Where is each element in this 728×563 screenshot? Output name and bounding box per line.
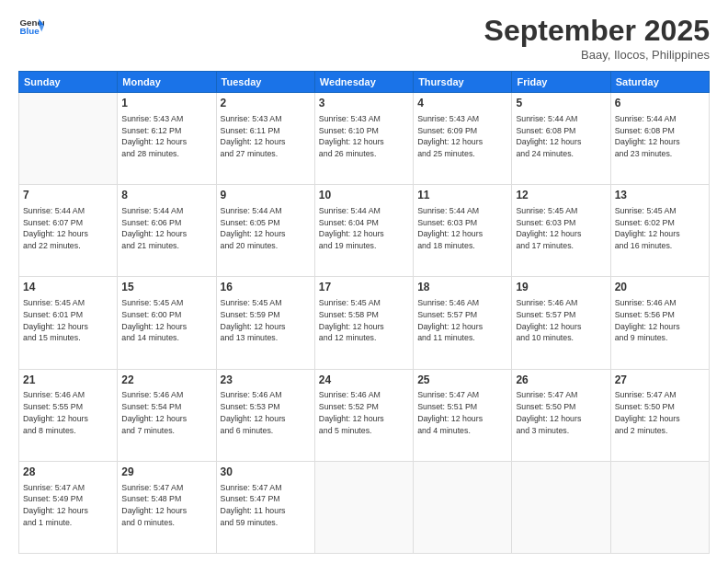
day-info: Sunrise: 5:47 AMSunset: 5:47 PMDaylight:… bbox=[221, 482, 311, 529]
day-number: 20 bbox=[615, 280, 705, 295]
day-cell: 20Sunrise: 5:46 AMSunset: 5:56 PMDayligh… bbox=[610, 277, 709, 369]
day-number: 18 bbox=[417, 280, 507, 295]
day-info: Sunrise: 5:43 AMSunset: 6:11 PMDaylight:… bbox=[221, 113, 311, 160]
header-monday: Monday bbox=[118, 72, 216, 93]
week-row-4: 21Sunrise: 5:46 AMSunset: 5:55 PMDayligh… bbox=[19, 369, 710, 461]
day-number: 4 bbox=[417, 96, 507, 111]
header-wednesday: Wednesday bbox=[314, 72, 413, 93]
day-number: 19 bbox=[516, 280, 606, 295]
day-cell: 8Sunrise: 5:44 AMSunset: 6:06 PMDaylight… bbox=[118, 185, 216, 277]
day-info: Sunrise: 5:45 AMSunset: 6:01 PMDaylight:… bbox=[23, 297, 113, 344]
day-cell: 30Sunrise: 5:47 AMSunset: 5:47 PMDayligh… bbox=[216, 461, 314, 553]
day-info: Sunrise: 5:46 AMSunset: 5:57 PMDaylight:… bbox=[417, 297, 507, 344]
title-block: September 2025 Baay, Ilocos, Philippines bbox=[484, 14, 710, 62]
calendar-table: Sunday Monday Tuesday Wednesday Thursday… bbox=[18, 71, 710, 554]
day-cell: 25Sunrise: 5:47 AMSunset: 5:51 PMDayligh… bbox=[414, 369, 512, 461]
day-cell: 3Sunrise: 5:43 AMSunset: 6:10 PMDaylight… bbox=[314, 93, 413, 185]
day-info: Sunrise: 5:45 AMSunset: 5:58 PMDaylight:… bbox=[319, 297, 409, 344]
day-number: 23 bbox=[221, 373, 311, 388]
day-cell bbox=[314, 461, 413, 553]
day-cell: 21Sunrise: 5:46 AMSunset: 5:55 PMDayligh… bbox=[19, 369, 118, 461]
day-info: Sunrise: 5:44 AMSunset: 6:04 PMDaylight:… bbox=[319, 205, 409, 252]
day-number: 13 bbox=[615, 188, 705, 203]
day-info: Sunrise: 5:46 AMSunset: 5:52 PMDaylight:… bbox=[319, 389, 409, 436]
location: Baay, Ilocos, Philippines bbox=[484, 48, 710, 62]
day-info: Sunrise: 5:47 AMSunset: 5:48 PMDaylight:… bbox=[121, 482, 211, 529]
day-info: Sunrise: 5:45 AMSunset: 6:02 PMDaylight:… bbox=[615, 205, 705, 252]
header-thursday: Thursday bbox=[414, 72, 512, 93]
day-cell: 24Sunrise: 5:46 AMSunset: 5:52 PMDayligh… bbox=[314, 369, 413, 461]
logo-icon: General Blue bbox=[18, 14, 44, 40]
day-cell: 15Sunrise: 5:45 AMSunset: 6:00 PMDayligh… bbox=[118, 277, 216, 369]
day-number: 2 bbox=[221, 96, 311, 111]
day-number: 28 bbox=[23, 465, 113, 480]
day-number: 14 bbox=[23, 280, 113, 295]
day-number: 24 bbox=[319, 373, 409, 388]
day-number: 21 bbox=[23, 373, 113, 388]
day-number: 1 bbox=[121, 96, 211, 111]
day-cell: 14Sunrise: 5:45 AMSunset: 6:01 PMDayligh… bbox=[19, 277, 118, 369]
day-number: 8 bbox=[121, 188, 211, 203]
day-cell: 4Sunrise: 5:43 AMSunset: 6:09 PMDaylight… bbox=[414, 93, 512, 185]
day-number: 22 bbox=[121, 373, 211, 388]
day-cell: 2Sunrise: 5:43 AMSunset: 6:11 PMDaylight… bbox=[216, 93, 314, 185]
day-number: 3 bbox=[319, 96, 409, 111]
day-info: Sunrise: 5:46 AMSunset: 5:57 PMDaylight:… bbox=[516, 297, 606, 344]
week-row-2: 7Sunrise: 5:44 AMSunset: 6:07 PMDaylight… bbox=[19, 185, 710, 277]
day-cell: 11Sunrise: 5:44 AMSunset: 6:03 PMDayligh… bbox=[414, 185, 512, 277]
day-info: Sunrise: 5:45 AMSunset: 5:59 PMDaylight:… bbox=[221, 297, 311, 344]
day-info: Sunrise: 5:43 AMSunset: 6:10 PMDaylight:… bbox=[319, 113, 409, 160]
day-cell: 22Sunrise: 5:46 AMSunset: 5:54 PMDayligh… bbox=[118, 369, 216, 461]
day-info: Sunrise: 5:43 AMSunset: 6:09 PMDaylight:… bbox=[417, 113, 507, 160]
page: General Blue September 2025 Baay, Ilocos… bbox=[0, 0, 728, 563]
day-number: 7 bbox=[23, 188, 113, 203]
day-cell: 10Sunrise: 5:44 AMSunset: 6:04 PMDayligh… bbox=[314, 185, 413, 277]
day-cell bbox=[19, 93, 118, 185]
day-info: Sunrise: 5:46 AMSunset: 5:53 PMDaylight:… bbox=[221, 389, 311, 436]
header: General Blue September 2025 Baay, Ilocos… bbox=[18, 14, 710, 62]
svg-text:Blue: Blue bbox=[19, 26, 40, 36]
day-number: 17 bbox=[319, 280, 409, 295]
day-info: Sunrise: 5:44 AMSunset: 6:06 PMDaylight:… bbox=[121, 205, 211, 252]
day-cell: 26Sunrise: 5:47 AMSunset: 5:50 PMDayligh… bbox=[512, 369, 610, 461]
day-cell bbox=[414, 461, 512, 553]
day-cell: 19Sunrise: 5:46 AMSunset: 5:57 PMDayligh… bbox=[512, 277, 610, 369]
day-number: 16 bbox=[221, 280, 311, 295]
day-number: 9 bbox=[221, 188, 311, 203]
header-tuesday: Tuesday bbox=[216, 72, 314, 93]
day-cell: 12Sunrise: 5:45 AMSunset: 6:03 PMDayligh… bbox=[512, 185, 610, 277]
day-number: 5 bbox=[516, 96, 606, 111]
day-info: Sunrise: 5:43 AMSunset: 6:12 PMDaylight:… bbox=[121, 113, 211, 160]
day-cell: 23Sunrise: 5:46 AMSunset: 5:53 PMDayligh… bbox=[216, 369, 314, 461]
day-info: Sunrise: 5:45 AMSunset: 6:03 PMDaylight:… bbox=[516, 205, 606, 252]
day-cell: 7Sunrise: 5:44 AMSunset: 6:07 PMDaylight… bbox=[19, 185, 118, 277]
day-info: Sunrise: 5:44 AMSunset: 6:07 PMDaylight:… bbox=[23, 205, 113, 252]
day-cell: 18Sunrise: 5:46 AMSunset: 5:57 PMDayligh… bbox=[414, 277, 512, 369]
day-cell: 5Sunrise: 5:44 AMSunset: 6:08 PMDaylight… bbox=[512, 93, 610, 185]
header-sunday: Sunday bbox=[19, 72, 118, 93]
header-friday: Friday bbox=[512, 72, 610, 93]
day-info: Sunrise: 5:44 AMSunset: 6:08 PMDaylight:… bbox=[615, 113, 705, 160]
day-cell: 16Sunrise: 5:45 AMSunset: 5:59 PMDayligh… bbox=[216, 277, 314, 369]
day-info: Sunrise: 5:46 AMSunset: 5:56 PMDaylight:… bbox=[615, 297, 705, 344]
day-number: 27 bbox=[615, 373, 705, 388]
week-row-1: 1Sunrise: 5:43 AMSunset: 6:12 PMDaylight… bbox=[19, 93, 710, 185]
day-cell bbox=[512, 461, 610, 553]
day-number: 12 bbox=[516, 188, 606, 203]
svg-marker-3 bbox=[39, 26, 44, 32]
day-cell: 13Sunrise: 5:45 AMSunset: 6:02 PMDayligh… bbox=[610, 185, 709, 277]
day-number: 6 bbox=[615, 96, 705, 111]
day-info: Sunrise: 5:47 AMSunset: 5:50 PMDaylight:… bbox=[516, 389, 606, 436]
header-saturday: Saturday bbox=[610, 72, 709, 93]
day-number: 15 bbox=[121, 280, 211, 295]
week-row-3: 14Sunrise: 5:45 AMSunset: 6:01 PMDayligh… bbox=[19, 277, 710, 369]
day-number: 10 bbox=[319, 188, 409, 203]
day-info: Sunrise: 5:45 AMSunset: 6:00 PMDaylight:… bbox=[121, 297, 211, 344]
week-row-5: 28Sunrise: 5:47 AMSunset: 5:49 PMDayligh… bbox=[19, 461, 710, 553]
day-info: Sunrise: 5:44 AMSunset: 6:08 PMDaylight:… bbox=[516, 113, 606, 160]
day-cell bbox=[610, 461, 709, 553]
day-number: 25 bbox=[417, 373, 507, 388]
day-info: Sunrise: 5:44 AMSunset: 6:05 PMDaylight:… bbox=[221, 205, 311, 252]
day-info: Sunrise: 5:46 AMSunset: 5:54 PMDaylight:… bbox=[121, 389, 211, 436]
weekday-header-row: Sunday Monday Tuesday Wednesday Thursday… bbox=[19, 72, 710, 93]
